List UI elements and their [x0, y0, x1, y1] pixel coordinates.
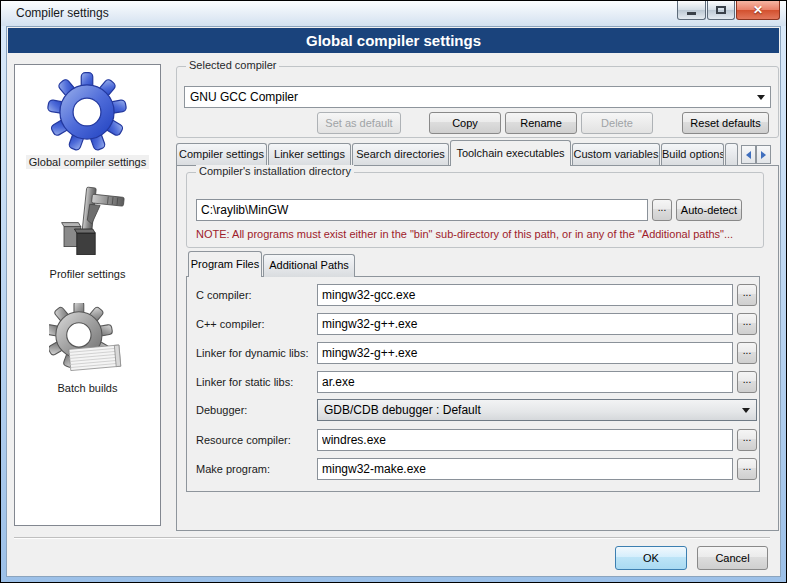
cpp-compiler-label: C++ compiler: — [196, 318, 264, 330]
sidebar-item-global-compiler-settings[interactable]: Global compiler settings — [26, 71, 149, 169]
selected-compiler-dropdown[interactable]: GNU GCC Compiler — [184, 86, 771, 108]
tab-partial[interactable] — [725, 143, 738, 166]
tab-search-directories[interactable]: Search directories — [352, 143, 449, 166]
tab-linker-settings[interactable]: Linker settings — [268, 143, 351, 166]
page-title: Global compiler settings — [8, 28, 779, 53]
selected-compiler-group-label: Selected compiler — [186, 59, 279, 71]
maximize-icon — [716, 6, 726, 14]
window-controls: ✕ — [676, 1, 780, 20]
settings-category-list: Global compiler settings — [14, 64, 161, 526]
reset-defaults-button[interactable]: Reset defaults — [682, 112, 769, 134]
dynamic-linker-browse-button[interactable]: ... — [737, 342, 757, 364]
tab-scroll-left-button[interactable] — [741, 145, 756, 164]
chevron-down-icon — [742, 408, 750, 413]
sidebar-item-label: Global compiler settings — [26, 155, 149, 169]
subtab-additional-paths[interactable]: Additional Paths — [263, 254, 355, 277]
c-compiler-browse-button[interactable]: ... — [737, 284, 757, 306]
resource-compiler-browse-button[interactable]: ... — [737, 429, 757, 451]
title-bar[interactable]: Compiler settings — [1, 1, 786, 26]
static-linker-label: Linker for static libs: — [196, 376, 293, 388]
resource-compiler-input[interactable] — [317, 429, 733, 451]
chevron-down-icon — [757, 95, 765, 100]
dynamic-linker-label: Linker for dynamic libs: — [196, 347, 309, 359]
make-program-input[interactable] — [317, 458, 733, 480]
installation-note: NOTE: All programs must exist either in … — [196, 228, 733, 240]
installation-directory-input[interactable] — [196, 199, 648, 221]
installation-directory-browse-button[interactable]: ... — [652, 199, 672, 221]
arrow-right-icon — [761, 151, 766, 159]
delete-button[interactable]: Delete — [581, 112, 653, 134]
installation-directory-group-label: Compiler's installation directory — [196, 165, 354, 177]
subtab-program-files[interactable]: Program Files — [188, 251, 262, 277]
tab-custom-variables[interactable]: Custom variables — [572, 143, 660, 166]
tab-build-options[interactable]: Build options — [661, 143, 724, 166]
close-icon: ✕ — [753, 4, 763, 16]
maximize-button[interactable] — [707, 1, 735, 20]
ok-button[interactable]: OK — [615, 546, 687, 570]
dynamic-linker-input[interactable] — [317, 342, 733, 364]
tab-scroll-right-button[interactable] — [756, 145, 771, 164]
footer-divider — [14, 537, 770, 539]
debugger-label: Debugger: — [196, 404, 247, 416]
compiler-settings-dialog: Compiler settings ✕ Global compiler sett… — [0, 0, 787, 583]
arrow-left-icon — [746, 151, 751, 159]
sidebar-item-label: Profiler settings — [47, 267, 129, 281]
debugger-dropdown[interactable]: GDB/CDB debugger : Default — [317, 399, 757, 421]
minimize-button[interactable] — [677, 1, 706, 20]
resource-compiler-label: Resource compiler: — [196, 434, 291, 446]
window-title: Compiler settings — [16, 6, 109, 20]
c-compiler-input[interactable] — [317, 284, 733, 306]
make-program-browse-button[interactable]: ... — [737, 458, 757, 480]
debugger-value: GDB/CDB debugger : Default — [324, 403, 481, 417]
selected-compiler-value: GNU GCC Compiler — [190, 90, 298, 104]
caliper-icon — [48, 185, 128, 265]
cpp-compiler-browse-button[interactable]: ... — [737, 313, 757, 335]
copy-button[interactable]: Copy — [429, 112, 501, 134]
set-as-default-button[interactable]: Set as default — [317, 112, 401, 134]
static-linker-input[interactable] — [317, 371, 733, 393]
sidebar-item-profiler-settings[interactable]: Profiler settings — [47, 185, 129, 281]
close-button[interactable]: ✕ — [736, 1, 780, 20]
cancel-button[interactable]: Cancel — [697, 546, 768, 570]
auto-detect-button[interactable]: Auto-detect — [676, 199, 742, 221]
blue-gear-icon — [46, 71, 128, 153]
sidebar-item-batch-builds[interactable]: Batch builds — [49, 303, 127, 395]
static-linker-browse-button[interactable]: ... — [737, 371, 757, 393]
make-program-label: Make program: — [196, 463, 270, 475]
rename-button[interactable]: Rename — [505, 112, 577, 134]
sidebar-item-label: Batch builds — [55, 381, 121, 395]
c-compiler-label: C compiler: — [196, 289, 252, 301]
tab-compiler-settings[interactable]: Compiler settings — [176, 143, 267, 166]
cpp-compiler-input[interactable] — [317, 313, 733, 335]
minimize-icon — [687, 12, 696, 15]
gray-gear-stack-icon — [49, 303, 127, 379]
tab-toolchain-executables[interactable]: Toolchain executables — [450, 140, 571, 166]
